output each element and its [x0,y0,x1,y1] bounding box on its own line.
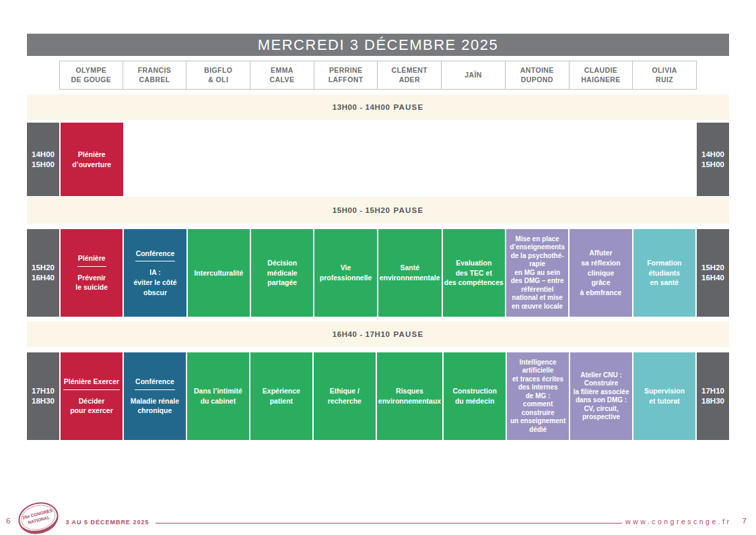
column-header-olympe-de-gouge: OLYMPE DE GOUGE [59,61,123,90]
session-cell-intimite-cabinet: Dans l’intimité du cabinet [187,352,249,440]
day-title-bar: MERCREDI 3 DÉCEMBRE 2025 [27,34,729,56]
session-title: Santé environnementale [380,263,440,282]
session-title: Ethique / recherche [328,386,362,406]
congress-logo: 25e CONGRÈS NATIONAL [15,498,62,535]
pause-label: PAUSE [394,103,424,111]
session-cell-maladie-renale: Conférence Maladie rénale chronique [124,352,186,440]
session-title: Décision médicale partagée [252,258,312,288]
session-title: Interculturalité [194,268,243,278]
session-title: Maladie rénale chronique [131,396,179,416]
session-title: Décider pour exercer [70,396,113,416]
session-title: Plénière d’ouverture [72,150,111,169]
time-label-right: 14H00 15H00 [697,123,729,196]
session-kind: Conférence [135,377,175,390]
session-cell-vie-professionnelle: Vie professionnelle [314,229,376,317]
session-title: Dans l’intimité du cabinet [194,386,242,406]
column-header-jain: JAÏN [442,61,506,90]
session-row-17h10: 17H10 18H30 Plénière Exercer Décider pou… [27,352,729,440]
session-title: Atelier CNU : Construire la filière asso… [574,371,629,422]
pause-band-2: 15H00 - 15H20 PAUSE [27,197,729,224]
column-header-clement-ader: CLÉMENT ADER [378,61,442,90]
pause-band-3: 16H40 - 17H10 PAUSE [27,321,729,347]
session-title: Evaluation des TEC et des compétences [444,258,504,288]
time-label-right: 15H20 16H40 [697,229,729,317]
session-row-14h00: 14H00 15H00 Plénière d’ouverture 14H00 1… [27,123,729,196]
day-title: MERCREDI 3 DÉCEMBRE 2025 [258,36,499,54]
empty-cell [188,123,250,196]
congress-logo-inner-ring: 25e CONGRÈS NATIONAL [18,501,58,534]
time-label-left: 14H00 15H00 [27,123,59,196]
session-cell-ia-traces-ecrites: Intelligence artificielle et traces écri… [507,352,569,440]
session-cell-experience-patient: Expérience patient [250,352,312,440]
empty-cell [315,123,378,196]
footer-rule-line [156,523,622,524]
session-cell-psychotherapie-mg: Mise en place d’enseignements de la psyc… [506,229,568,317]
column-header-francis-cabrel: FRANCIS CABREL [123,61,187,90]
session-cell-supervision-tutorat: Supervision et tutorat [633,352,695,440]
column-header-antoine-dupond: ANTOINE DUPOND [506,61,570,90]
session-title: Affuter sa réflexion clinique grâce à eb… [580,248,622,297]
session-kind: Plénière [77,253,106,267]
pause-time: 15H00 - 15H20 [333,206,390,214]
session-cell-formation-etudiants: Formation étudiants en santé [633,229,695,317]
header-left-spacer [27,61,59,90]
empty-cell [570,123,632,196]
session-cell-decider-pour-exercer: Plénière Exercer Décider pour exercer [61,352,123,440]
pause-label: PAUSE [394,206,424,214]
column-header-perrine-laffont: PERRINE LAFFONT [314,61,378,90]
session-title: Supervision et tutorat [644,386,685,406]
time-label-right: 17H10 18H30 [697,352,729,440]
empty-cell [379,123,442,196]
empty-cell [506,123,569,196]
session-title: Mise en place d’enseignements de la psyc… [510,235,565,311]
session-title: Intelligence artificielle et traces écri… [510,358,565,435]
header-right-spacer [697,61,729,90]
session-title: Formation étudiants en santé [647,258,681,288]
column-header-olivia-ruiz: OLIVIA RUIZ [633,61,697,90]
session-cell-interculturalite: Interculturalité [188,229,250,317]
congress-dates: 3 AU 5 DÉCEMBRE 2025 [65,519,149,526]
page-footer: 6 25e CONGRÈS NATIONAL 3 AU 5 DÉCEMBRE 2… [0,497,756,535]
empty-cell [633,123,696,196]
session-cell-ebmfrance: Affuter sa réflexion clinique grâce à eb… [570,229,631,317]
session-title: Risques environnementaux [378,386,441,406]
session-title: IA : éviter le côté obscur [133,268,176,297]
pause-label: PAUSE [394,330,424,338]
pause-band-1: 13H00 - 14H00 PAUSE [27,94,729,120]
session-cell-ethique-recherche: Ethique / recherche [314,352,376,440]
congress-website-url: www.congrescnge.fr [625,517,732,526]
session-cell-sante-environnementale: Santé environnementale [378,229,442,317]
session-cell-risques-environnementaux: Risques environnementaux [377,352,442,440]
page-number-left: 6 [6,517,10,525]
session-title: Vie professionnelle [320,263,372,282]
session-cell-ia-cote-obscur: Conférence IA : éviter le côté obscur [124,229,186,317]
session-cell-pleniere-ouverture: Plénière d’ouverture [61,123,123,196]
session-title: Construction du médecin [452,386,496,406]
time-label-left: 15H20 16H40 [27,229,59,317]
session-cell-atelier-cnu: Atelier CNU : Construire la filière asso… [570,352,632,440]
pause-time: 13H00 - 14H00 [333,103,390,111]
session-cell-prevenir-suicide: Plénière Prévenir le suicide [61,229,123,317]
column-header-claudie-haignere: CLAUDIE HAIGNERE [570,61,633,90]
column-header-emma-calve: EMMA CALVE [250,61,314,90]
session-cell-decision-medicale: Décision médicale partagée [251,229,313,317]
empty-cell [442,123,505,196]
session-kind: Conférence [135,249,176,262]
session-title: Expérience patient [263,386,300,406]
session-title: Prévenir le suicide [75,273,108,292]
page-number-right: 7 [743,517,747,525]
session-row-15h20: 15H20 16H40 Plénière Prévenir le suicide… [27,229,729,317]
session-cell-construction-medecin: Construction du médecin [444,352,506,440]
time-label-left: 17H10 18H30 [27,352,59,440]
empty-cell [125,123,187,196]
column-header-bigflo-oli: BIGFLO & OLI [186,61,250,90]
pause-time: 16H40 - 17H10 [333,330,390,338]
empty-cell [252,123,314,196]
session-cell-evaluation-tec: Evaluation des TEC et des compétences [443,229,505,317]
speaker-header-row: OLYMPE DE GOUGE FRANCIS CABREL BIGFLO & … [27,61,729,90]
schedule-page: MERCREDI 3 DÉCEMBRE 2025 OLYMPE DE GOUGE… [27,34,729,440]
session-kind: Plénière Exercer [63,377,120,390]
